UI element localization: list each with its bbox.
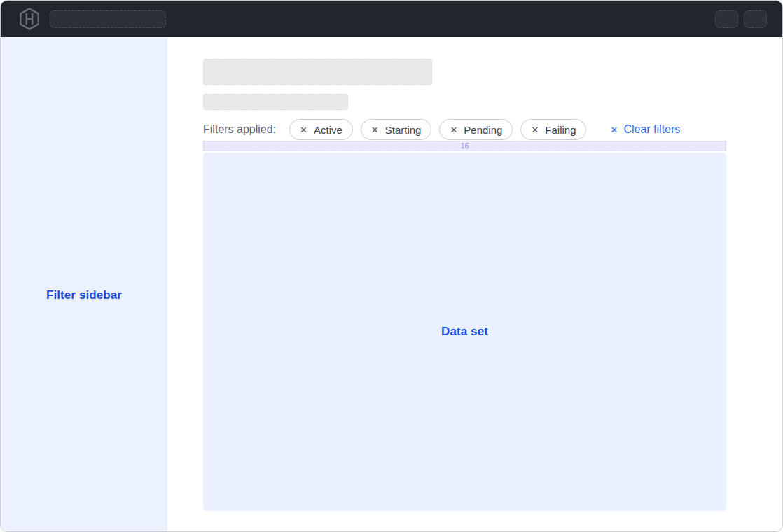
chip-dismiss-icon[interactable]: ✕	[450, 125, 457, 134]
chip-dismiss-icon[interactable]: ✕	[531, 125, 539, 134]
spacing-annotation: 16	[203, 141, 726, 151]
filter-sidebar: Filter sidebar	[1, 37, 167, 531]
filters-applied-bar: Filters applied: ✕ Active ✕ Starting ✕ P…	[203, 119, 726, 140]
spacing-annotation-value: 16	[460, 142, 469, 150]
data-set-region: Data set	[203, 153, 726, 511]
filter-chip-failing[interactable]: ✕ Failing	[520, 119, 586, 140]
filter-chip-label: Pending	[464, 124, 502, 136]
filter-chip-label: Starting	[385, 124, 422, 136]
filter-chip-list: ✕ Active ✕ Starting ✕ Pending ✕ Failing	[289, 119, 586, 140]
filter-sidebar-label: Filter sidebar	[1, 288, 167, 302]
clear-filters-x-icon: ✕	[610, 125, 618, 134]
hashicorp-logo-icon[interactable]	[18, 7, 41, 31]
chip-dismiss-icon[interactable]: ✕	[300, 125, 307, 134]
top-nav-bar	[1, 1, 782, 37]
nav-menu-placeholder[interactable]	[50, 10, 166, 28]
page-body: Filter sidebar Filters applied: ✕ Active…	[1, 37, 782, 531]
data-set-label: Data set	[441, 325, 488, 339]
subtitle-placeholder	[203, 94, 348, 110]
filter-chip-starting[interactable]: ✕ Starting	[361, 119, 432, 140]
title-placeholder	[203, 59, 432, 85]
app-window: Filter sidebar Filters applied: ✕ Active…	[0, 0, 783, 532]
filter-chip-active[interactable]: ✕ Active	[289, 119, 353, 140]
topbar-action-placeholder-1[interactable]	[715, 10, 738, 28]
filter-chip-pending[interactable]: ✕ Pending	[439, 119, 513, 140]
filters-applied-label: Filters applied:	[203, 123, 276, 136]
main-content: Filters applied: ✕ Active ✕ Starting ✕ P…	[167, 37, 782, 531]
clear-filters-label: Clear filters	[623, 123, 680, 136]
filter-chip-label: Active	[314, 124, 342, 136]
topbar-action-placeholder-2[interactable]	[744, 10, 767, 28]
clear-filters-link[interactable]: ✕ Clear filters	[610, 123, 680, 136]
filter-chip-label: Failing	[545, 124, 576, 136]
chip-dismiss-icon[interactable]: ✕	[371, 125, 379, 134]
